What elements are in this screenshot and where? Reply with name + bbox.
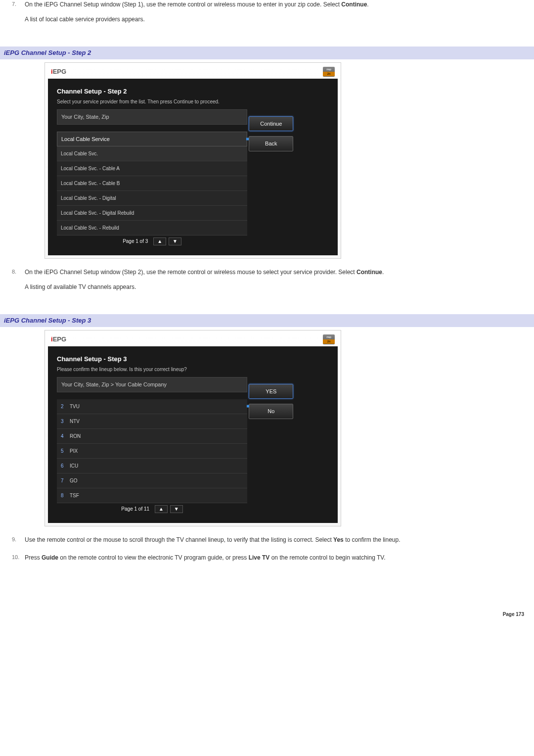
panel-subtitle: Select your service provider from the li…: [57, 98, 247, 105]
step-bold: Live TV: [249, 554, 270, 561]
iepg-logo: iEPG: [51, 334, 66, 344]
channel-row[interactable]: 4 RON: [57, 429, 247, 444]
step-8: 8. On the iEPG Channel Setup window (Ste…: [10, 268, 524, 291]
step-num: 8.: [12, 268, 16, 276]
list-item[interactable]: Local Cable Svc. - Digital: [57, 191, 247, 206]
step-7: 7. On the iEPG Channel Setup window (Ste…: [10, 0, 524, 24]
channel-row[interactable]: 3 NTV: [57, 414, 247, 429]
page-footer: Page 173: [0, 581, 534, 628]
step-num: 7.: [12, 0, 16, 8]
step-text: Use the remote control or the mouse to s…: [25, 536, 333, 543]
channel-name: RON: [70, 432, 81, 440]
section-header-step2: iEPG Channel Setup - Step 2: [0, 47, 534, 59]
step-text: On the iEPG Channel Setup window (Step 2…: [25, 269, 356, 276]
step-text: .: [382, 269, 384, 276]
channel-num: 4: [61, 432, 70, 440]
zap2it-icon: [323, 334, 335, 344]
back-button[interactable]: Back: [249, 136, 293, 151]
channel-row[interactable]: 8 TSF: [57, 488, 247, 503]
list-item[interactable]: Local Cable Svc. - Digital Rebuild: [57, 206, 247, 221]
logo-text: EPG: [53, 68, 66, 75]
step-note: A list of local cable service providers …: [25, 15, 524, 24]
window-titlebar: iEPG: [45, 63, 341, 79]
channel-num: 7: [61, 477, 70, 484]
logo-text: EPG: [53, 335, 66, 343]
pager: Page 1 of 11 ▲ ▼: [57, 505, 247, 513]
iepg-window-step2: iEPG Channel Setup - Step 2 Select your …: [44, 62, 341, 259]
channel-num: 6: [61, 462, 70, 470]
panel-subtitle: Please confirm the lineup below. Is this…: [57, 366, 247, 373]
step-text: on the remote control to begin watching …: [269, 554, 385, 561]
pager: Page 1 of 3 ▲ ▼: [57, 237, 247, 245]
channel-name: NTV: [70, 418, 80, 425]
section-header-step3: iEPG Channel Setup - Step 3: [0, 314, 534, 327]
window-titlebar: iEPG: [45, 331, 341, 346]
step-bold: Continue: [356, 269, 382, 276]
channel-row[interactable]: 6 ICU: [57, 459, 247, 473]
list-header[interactable]: Local Cable Service: [57, 132, 247, 147]
list-item[interactable]: Local Cable Svc. - Rebuild: [57, 221, 247, 236]
step-bold: Yes: [333, 536, 344, 543]
pager-up-button[interactable]: ▲: [153, 237, 166, 245]
zap2it-icon: [323, 67, 335, 77]
iepg-window-step3: iEPG Channel Setup - Step 3 Please confi…: [44, 330, 341, 526]
pager-label: Page 1 of 11: [121, 506, 149, 512]
list-item[interactable]: Local Cable Svc.: [57, 146, 247, 161]
step-text: Press: [25, 554, 42, 561]
pager-up-button[interactable]: ▲: [155, 505, 168, 513]
pager-down-button[interactable]: ▼: [169, 237, 181, 245]
iepg-logo: iEPG: [51, 67, 66, 77]
channel-name: TSF: [70, 492, 79, 499]
step-num: 10.: [12, 553, 19, 562]
channel-row[interactable]: 5 PIX: [57, 444, 247, 459]
pager-label: Page 1 of 3: [123, 238, 148, 244]
step-note: A listing of available TV channels appea…: [25, 283, 524, 291]
channel-num: 8: [61, 492, 70, 499]
panel-title: Channel Setup - Step 2: [57, 87, 247, 96]
list-item[interactable]: Local Cable Svc. - Cable B: [57, 176, 247, 191]
channel-num: 3: [61, 418, 70, 425]
step-bold: Continue: [341, 1, 367, 8]
step-text: on the remote control to view the electr…: [58, 554, 249, 561]
step-text: On the iEPG Channel Setup window (Step 1…: [25, 1, 341, 8]
no-button[interactable]: No: [249, 404, 293, 419]
channel-name: TVU: [70, 403, 80, 410]
step-9: 9. Use the remote control or the mouse t…: [10, 535, 524, 544]
panel-title: Channel Setup - Step 3: [57, 354, 247, 364]
figure-step3: iEPG Channel Setup - Step 3 Please confi…: [0, 327, 534, 535]
channel-name: ICU: [70, 462, 78, 470]
pager-down-button[interactable]: ▼: [170, 505, 183, 513]
channel-row[interactable]: 2 TVU: [57, 399, 247, 414]
channel-row[interactable]: 7 GO: [57, 473, 247, 488]
breadcrumb: Your City, State, Zip > Your Cable Compa…: [57, 377, 247, 392]
channel-num: 5: [61, 447, 70, 455]
yes-button[interactable]: YES: [249, 384, 293, 399]
channel-num: 2: [61, 403, 70, 410]
step-text: to confirm the lineup.: [344, 536, 400, 543]
channel-name: GO: [70, 477, 78, 484]
step-text: .: [367, 1, 368, 8]
step-num: 9.: [12, 535, 16, 544]
channel-name: PIX: [70, 447, 78, 455]
list-item[interactable]: Local Cable Svc. - Cable A: [57, 161, 247, 176]
breadcrumb: Your City, State, Zip: [57, 109, 247, 125]
continue-button[interactable]: Continue: [249, 116, 293, 132]
step-10: 10. Press Guide on the remote control to…: [10, 553, 524, 562]
step-bold: Guide: [42, 554, 58, 561]
figure-step2: iEPG Channel Setup - Step 2 Select your …: [0, 59, 534, 268]
